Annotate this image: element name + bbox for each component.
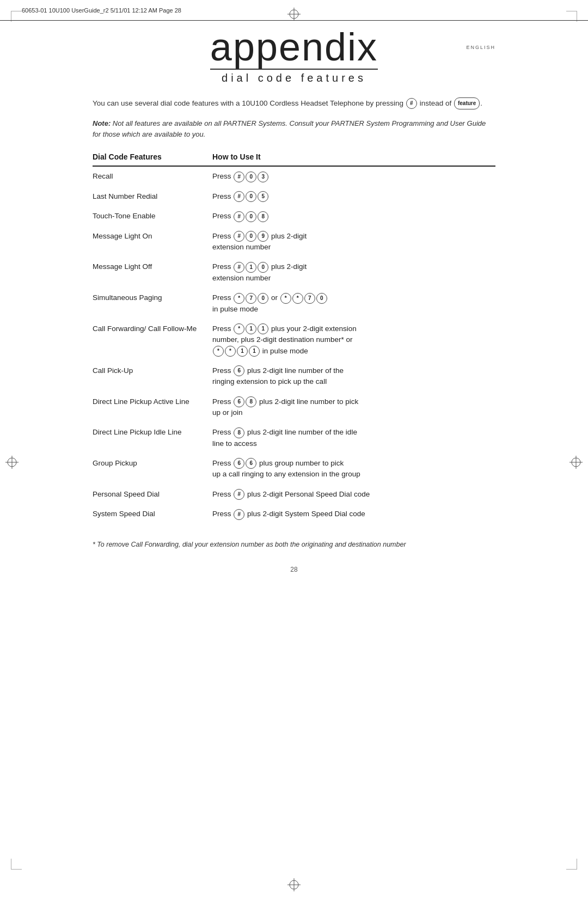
key-#: # (234, 262, 244, 273)
key-1: 1 (258, 323, 268, 334)
title-subtitle: dial code features (93, 72, 495, 84)
table-row: Last Number RedialPress #05 (93, 187, 495, 206)
table-row: Message Light OnPress #09 plus 2-digitex… (93, 227, 495, 258)
key-*: * (234, 293, 244, 304)
feature-name: Call Pick-Up (93, 361, 212, 392)
reg-mark-right (569, 456, 583, 469)
key-pound: # (406, 98, 417, 109)
table-row: System Speed DialPress # plus 2-digit Sy… (93, 504, 495, 524)
key-8: 8 (258, 211, 268, 222)
feature-instruction: Press #10 plus 2-digitextension number (212, 257, 495, 288)
key-6: 6 (234, 365, 244, 376)
feature-instruction: Press 68 plus 2-digit line number to pic… (212, 392, 495, 423)
key-1: 1 (249, 346, 260, 357)
table-row: RecallPress #03 (93, 166, 495, 186)
footer-note: * To remove Call Forwarding, dial your e… (93, 540, 495, 550)
feature-instruction: Press # plus 2-digit Personal Speed Dial… (212, 485, 495, 504)
key-#: # (234, 509, 244, 520)
corner-mark-br (566, 859, 577, 870)
key-1: 1 (246, 262, 256, 273)
feature-name: Personal Speed Dial (93, 485, 212, 504)
key-*: * (234, 323, 244, 334)
feature-instruction: Press 8 plus 2-digit line number of the … (212, 423, 495, 454)
feature-instruction: Press *70 or **70in pulse mode (212, 288, 495, 319)
reg-mark-left (5, 456, 19, 469)
intro-paragraph: You can use several dial code features w… (93, 97, 495, 109)
key-0: 0 (246, 191, 256, 202)
feature-name: System Speed Dial (93, 504, 212, 524)
feature-instruction: Press #05 (212, 187, 495, 206)
english-label: ENGLISH (466, 45, 495, 50)
table-row: Direct Line Pickup Active LinePress 68 p… (93, 392, 495, 423)
key-0: 0 (258, 293, 268, 304)
table-row: Personal Speed DialPress # plus 2-digit … (93, 485, 495, 504)
key-#: # (234, 489, 244, 500)
key-5: 5 (258, 191, 268, 202)
page-container: 60653-01 10U100 UserGuide_r2 5/11/01 12:… (0, 0, 588, 924)
page-number: 28 (93, 566, 495, 573)
key-0: 0 (258, 262, 268, 273)
key-*: * (213, 346, 224, 357)
key-8: 8 (246, 396, 256, 407)
features-table: Dial Code Features How to Use It RecallP… (93, 152, 495, 524)
key-6: 6 (234, 458, 244, 469)
key-8: 8 (234, 427, 244, 438)
key-#: # (234, 172, 244, 182)
key-0: 0 (316, 293, 327, 304)
table-row: Group PickupPress 66 plus group number t… (93, 454, 495, 485)
feature-name: Recall (93, 166, 212, 186)
table-row: Touch-Tone EnablePress #08 (93, 206, 495, 226)
key-0: 0 (246, 211, 256, 222)
key-6: 6 (246, 458, 256, 469)
feature-name: Direct Line Pickup Idle Line (93, 423, 212, 454)
intro-text-middle: instead of (418, 99, 454, 107)
feature-name: Group Pickup (93, 454, 212, 485)
feature-instruction: Press # plus 2-digit System Speed Dial c… (212, 504, 495, 524)
feature-name: Call Forwarding/ Call Follow-Me (93, 319, 212, 361)
key-1: 1 (246, 323, 256, 334)
feature-name: Direct Line Pickup Active Line (93, 392, 212, 423)
title-appendix: appendix (210, 27, 378, 70)
feature-name: Message Light Off (93, 257, 212, 288)
intro-text-before: You can use several dial code features w… (93, 99, 406, 107)
key-#: # (234, 231, 244, 242)
feature-name: Last Number Redial (93, 187, 212, 206)
feature-instruction: Press 66 plus group number to pickup a c… (212, 454, 495, 485)
table-row: Message Light OffPress #10 plus 2-digite… (93, 257, 495, 288)
feature-name: Message Light On (93, 227, 212, 258)
key-9: 9 (258, 231, 268, 242)
key-1: 1 (237, 346, 248, 357)
note-text: Not all features are available on all PA… (93, 119, 486, 138)
feature-instruction: Press #09 plus 2-digitextension number (212, 227, 495, 258)
feature-name: Touch-Tone Enable (93, 206, 212, 226)
key-*: * (292, 293, 303, 304)
feature-instruction: Press #03 (212, 166, 495, 186)
header-text: 60653-01 10U100 UserGuide_r2 5/11/01 12:… (22, 7, 181, 14)
corner-mark-bl (11, 859, 22, 870)
table-row: Direct Line Pickup Idle LinePress 8 plus… (93, 423, 495, 454)
key-#: # (234, 211, 244, 222)
table-row: Call Pick-UpPress 6 plus 2-digit line nu… (93, 361, 495, 392)
key-0: 0 (246, 172, 256, 182)
key-#: # (234, 191, 244, 202)
note-bold: Note: (93, 119, 111, 127)
col1-header: Dial Code Features (93, 152, 212, 166)
key-7: 7 (246, 293, 256, 304)
feature-name: Simultaneous Paging (93, 288, 212, 319)
table-row: Call Forwarding/ Call Follow-MePress *11… (93, 319, 495, 361)
page-header: 60653-01 10U100 UserGuide_r2 5/11/01 12:… (0, 0, 588, 21)
key-6: 6 (234, 396, 244, 407)
reg-mark-bottom (287, 878, 301, 891)
key-*: * (225, 346, 236, 357)
key-0: 0 (246, 231, 256, 242)
key-feature: feature (454, 97, 480, 109)
feature-instruction: Press *11 plus your 2-digit extensionnum… (212, 319, 495, 361)
main-content: appendix dial code features ENGLISH You … (49, 0, 539, 617)
key-*: * (280, 293, 291, 304)
key-3: 3 (258, 172, 268, 182)
table-row: Simultaneous PagingPress *70 or **70in p… (93, 288, 495, 319)
intro-text-after: . (480, 99, 482, 107)
feature-instruction: Press 6 plus 2-digit line number of ther… (212, 361, 495, 392)
title-section: appendix dial code features ENGLISH (93, 27, 495, 84)
feature-instruction: Press #08 (212, 206, 495, 226)
